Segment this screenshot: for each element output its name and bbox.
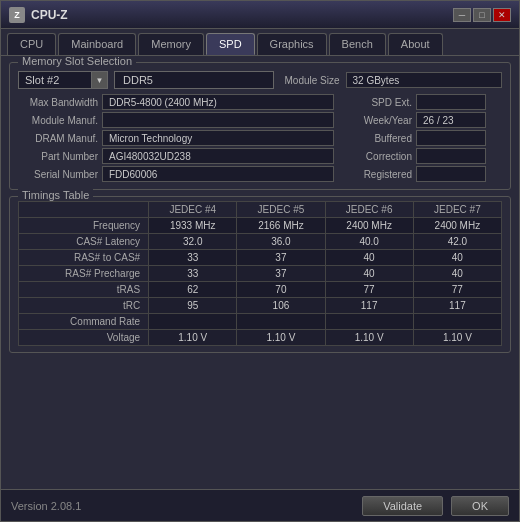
- timing-row-label: RAS# Precharge: [19, 266, 149, 282]
- slot-dropdown-arrow[interactable]: ▼: [91, 72, 107, 88]
- timing-row-label: tRC: [19, 298, 149, 314]
- registered-label: Registered: [342, 169, 412, 180]
- correction-value: [416, 148, 486, 164]
- timing-cell: 117: [325, 298, 413, 314]
- tab-about[interactable]: About: [388, 33, 443, 55]
- max-bandwidth-value: DDR5-4800 (2400 MHz): [102, 94, 334, 110]
- buffered-label: Buffered: [342, 133, 412, 144]
- timing-cell: [413, 314, 501, 330]
- col-header-jedec5: JEDEC #5: [237, 202, 325, 218]
- timing-cell: 36.0: [237, 234, 325, 250]
- module-manuf-row: Module Manuf.: [18, 111, 334, 129]
- dram-manuf-value: Micron Technology: [102, 130, 334, 146]
- dram-manuf-label: DRAM Manuf.: [18, 133, 98, 144]
- timing-cell: 40: [325, 250, 413, 266]
- validate-button[interactable]: Validate: [362, 496, 443, 516]
- footer-buttons: Validate OK: [362, 496, 509, 516]
- timing-cell: 62: [149, 282, 237, 298]
- tab-mainboard[interactable]: Mainboard: [58, 33, 136, 55]
- max-bandwidth-label: Max Bandwidth: [18, 97, 98, 108]
- timing-cell: 1.10 V: [237, 330, 325, 346]
- close-button[interactable]: ✕: [493, 8, 511, 22]
- timing-cell: 70: [237, 282, 325, 298]
- timing-cell: 40: [325, 266, 413, 282]
- part-number-label: Part Number: [18, 151, 98, 162]
- restore-button[interactable]: □: [473, 8, 491, 22]
- registered-value: [416, 166, 486, 182]
- ok-button[interactable]: OK: [451, 496, 509, 516]
- week-year-label: Week/Year: [342, 115, 412, 126]
- buffered-row: Buffered: [342, 129, 502, 147]
- timing-cell: 2400 MHz: [325, 218, 413, 234]
- timing-cell: 40.0: [325, 234, 413, 250]
- timing-cell: 37: [237, 266, 325, 282]
- timings-group: Timings Table JEDEC #4 JEDEC #5 JEDEC #6…: [9, 196, 511, 353]
- slot-select[interactable]: Slot #2 ▼: [18, 71, 108, 89]
- slot-value: Slot #2: [19, 72, 91, 88]
- app-title: CPU-Z: [31, 8, 68, 22]
- module-size-label: Module Size: [284, 75, 339, 86]
- week-year-value: 26 / 23: [416, 112, 486, 128]
- timing-cell: 42.0: [413, 234, 501, 250]
- timing-cell: 1.10 V: [149, 330, 237, 346]
- registered-row: Registered: [342, 165, 502, 183]
- timing-row: RAS# Precharge33374040: [19, 266, 502, 282]
- timing-cell: 37: [237, 250, 325, 266]
- timing-cell: 33: [149, 266, 237, 282]
- memory-slot-group-label: Memory Slot Selection: [18, 56, 136, 67]
- buffered-value: [416, 130, 486, 146]
- timing-cell: [237, 314, 325, 330]
- tab-memory[interactable]: Memory: [138, 33, 204, 55]
- timing-row: tRAS62707777: [19, 282, 502, 298]
- footer: Version 2.08.1 Validate OK: [1, 489, 519, 521]
- correction-row: Correction: [342, 147, 502, 165]
- spd-ext-row: SPD Ext.: [342, 93, 502, 111]
- memory-slot-group: Memory Slot Selection Slot #2 ▼ DDR5 Mod…: [9, 62, 511, 190]
- title-buttons: ─ □ ✕: [453, 8, 511, 22]
- timing-row-label: RAS# to CAS#: [19, 250, 149, 266]
- part-number-row: Part Number AGI480032UD238: [18, 147, 334, 165]
- info-layout: Max Bandwidth DDR5-4800 (2400 MHz) Modul…: [18, 93, 502, 183]
- minimize-button[interactable]: ─: [453, 8, 471, 22]
- timing-cell: 77: [413, 282, 501, 298]
- dram-manuf-row: DRAM Manuf. Micron Technology: [18, 129, 334, 147]
- app-icon: Z: [9, 7, 25, 23]
- content-area: Memory Slot Selection Slot #2 ▼ DDR5 Mod…: [1, 56, 519, 489]
- timing-cell: 117: [413, 298, 501, 314]
- timing-row: Voltage1.10 V1.10 V1.10 V1.10 V: [19, 330, 502, 346]
- version-label: Version 2.08.1: [11, 500, 81, 512]
- tab-bench[interactable]: Bench: [329, 33, 386, 55]
- tab-bar: CPU Mainboard Memory SPD Graphics Bench …: [1, 29, 519, 56]
- timing-row: CAS# Latency32.036.040.042.0: [19, 234, 502, 250]
- timing-cell: [325, 314, 413, 330]
- timing-row: tRC95106117117: [19, 298, 502, 314]
- col-header-jedec6: JEDEC #6: [325, 202, 413, 218]
- timing-row: RAS# to CAS#33374040: [19, 250, 502, 266]
- part-number-value: AGI480032UD238: [102, 148, 334, 164]
- tab-spd[interactable]: SPD: [206, 33, 255, 55]
- col-header-label: [19, 202, 149, 218]
- module-size-value: 32 GBytes: [346, 72, 502, 88]
- timing-row: Frequency1933 MHz2166 MHz2400 MHz2400 MH…: [19, 218, 502, 234]
- main-window: Z CPU-Z ─ □ ✕ CPU Mainboard Memory SPD G…: [0, 0, 520, 522]
- timing-cell: 95: [149, 298, 237, 314]
- timing-cell: 32.0: [149, 234, 237, 250]
- timing-cell: 106: [237, 298, 325, 314]
- timing-cell: 40: [413, 250, 501, 266]
- slot-row: Slot #2 ▼ DDR5 Module Size 32 GBytes: [18, 71, 502, 89]
- tab-cpu[interactable]: CPU: [7, 33, 56, 55]
- module-manuf-label: Module Manuf.: [18, 115, 98, 126]
- timing-cell: 33: [149, 250, 237, 266]
- col-header-jedec4: JEDEC #4: [149, 202, 237, 218]
- timings-table: JEDEC #4 JEDEC #5 JEDEC #6 JEDEC #7 Freq…: [18, 201, 502, 346]
- max-bandwidth-row: Max Bandwidth DDR5-4800 (2400 MHz): [18, 93, 334, 111]
- timing-cell: 2166 MHz: [237, 218, 325, 234]
- module-manuf-value: [102, 112, 334, 128]
- timing-cell: 1933 MHz: [149, 218, 237, 234]
- timing-row-label: Voltage: [19, 330, 149, 346]
- timing-row-label: CAS# Latency: [19, 234, 149, 250]
- tab-graphics[interactable]: Graphics: [257, 33, 327, 55]
- timing-cell: 77: [325, 282, 413, 298]
- title-bar: Z CPU-Z ─ □ ✕: [1, 1, 519, 29]
- spd-ext-label: SPD Ext.: [342, 97, 412, 108]
